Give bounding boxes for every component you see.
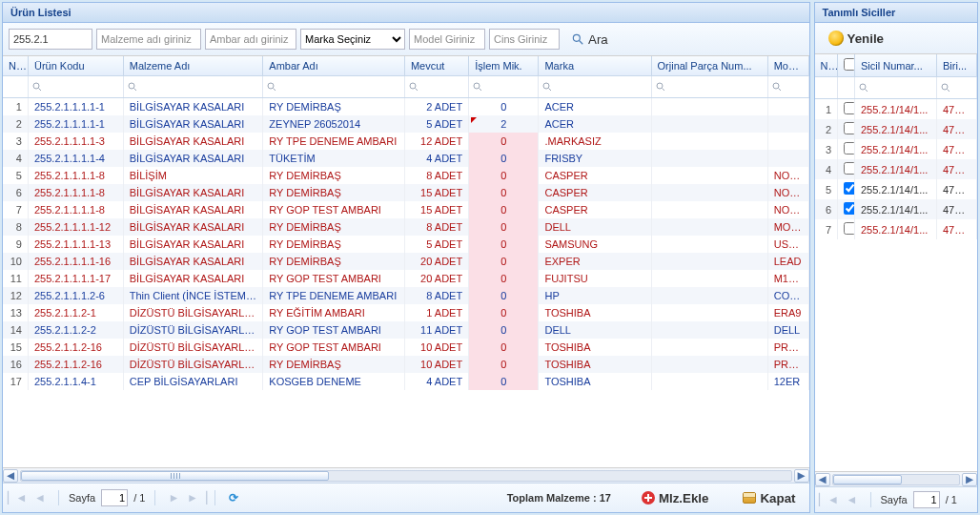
cins-input[interactable] bbox=[489, 29, 560, 50]
table-row[interactable]: 2255.2.1/14/1...472.... bbox=[815, 119, 977, 139]
table-row[interactable]: 12255.2.1.1.1.2-6Thin Client (İNCE İSTEM… bbox=[3, 287, 808, 304]
row-checkbox[interactable] bbox=[844, 122, 855, 134]
table-row[interactable]: 6255.2.1.1.1.1-8BİLGİSAYAR KASALARIRY DE… bbox=[3, 184, 808, 201]
pager-next[interactable]: ► bbox=[165, 489, 182, 506]
cell-islem-mik[interactable]: 0 bbox=[469, 184, 539, 201]
pager-last[interactable]: ►▕ bbox=[188, 489, 205, 506]
hscroll-left-arrow[interactable]: ◄ bbox=[3, 469, 18, 483]
code-input[interactable] bbox=[9, 29, 92, 50]
table-row[interactable]: 5255.2.1.1.1.1-8BİLİŞİMRY DEMİRBAŞ8 ADET… bbox=[3, 167, 808, 184]
cell-islem-mik[interactable]: 0 bbox=[469, 218, 539, 236]
col-marka[interactable]: Marka bbox=[539, 56, 651, 76]
model-input[interactable] bbox=[409, 29, 485, 50]
rcol-sicil[interactable]: Sicil Numar... bbox=[855, 54, 937, 77]
cell-islem-mik[interactable]: 0 bbox=[469, 270, 539, 287]
filter-malzeme[interactable] bbox=[124, 76, 263, 97]
cell-islem-mik[interactable]: 0 bbox=[469, 287, 539, 304]
cell-islem-mik[interactable]: 0 bbox=[469, 356, 539, 373]
kapat-button[interactable]: Kapat bbox=[735, 487, 803, 508]
cell-islem-mik[interactable]: 0 bbox=[469, 373, 539, 390]
filter-model[interactable] bbox=[768, 76, 808, 97]
filter-birim[interactable] bbox=[937, 77, 976, 98]
rcol-chk-all[interactable] bbox=[844, 58, 855, 71]
right-hscroll-left[interactable]: ◄ bbox=[815, 473, 830, 486]
table-row[interactable]: 3255.2.1/14/1...472.... bbox=[815, 139, 977, 159]
cell-islem-mik[interactable]: 0 bbox=[469, 236, 539, 253]
marka-select[interactable]: Marka Seçiniz bbox=[300, 29, 405, 50]
table-row[interactable]: 2255.2.1.1.1.1-1BİLGİSAYAR KASALARIZEYNE… bbox=[3, 115, 808, 133]
cell-islem-mik[interactable]: 0 bbox=[469, 253, 539, 270]
table-row[interactable]: 1255.2.1/14/1...472.... bbox=[815, 99, 977, 119]
cell-islem-mik[interactable]: 0 bbox=[469, 98, 539, 115]
filter-mevcut[interactable] bbox=[405, 76, 468, 97]
right-hscroll-track[interactable] bbox=[832, 474, 961, 485]
hscroll-track[interactable] bbox=[20, 470, 792, 482]
rpage-input[interactable] bbox=[913, 491, 940, 508]
table-row[interactable]: 11255.2.1.1.1.1-17BİLGİSAYAR KASALARIRY … bbox=[3, 270, 808, 287]
cell-checkbox[interactable] bbox=[838, 119, 855, 139]
table-row[interactable]: 1255.2.1.1.1.1-1BİLGİSAYAR KASALARIRY DE… bbox=[3, 98, 808, 115]
cell-checkbox[interactable] bbox=[838, 99, 855, 119]
right-hscroll[interactable]: ◄ ► bbox=[815, 471, 978, 486]
rpager-prev[interactable]: ◄ bbox=[844, 491, 861, 508]
cell-checkbox[interactable] bbox=[838, 199, 855, 219]
table-row[interactable]: 10255.2.1.1.1.1-16BİLGİSAYAR KASALARIRY … bbox=[3, 253, 808, 270]
row-checkbox[interactable] bbox=[844, 182, 855, 195]
col-urun-kodu[interactable]: Ürün Kodu bbox=[28, 56, 123, 76]
cell-checkbox[interactable] bbox=[838, 139, 855, 159]
rcol-birim[interactable]: Biri... bbox=[937, 54, 977, 77]
row-checkbox[interactable] bbox=[844, 222, 855, 235]
table-row[interactable]: 3255.2.1.1.1.1-3BİLGİSAYAR KASALARIRY TP… bbox=[3, 133, 808, 150]
table-row[interactable]: 16255.2.1.1.2-16DİZÜSTÜ BİLGİSAYARLARRY … bbox=[3, 356, 808, 373]
rcol-chk[interactable] bbox=[838, 54, 855, 77]
cell-islem-mik[interactable]: 0 bbox=[469, 133, 539, 150]
filter-ambar[interactable] bbox=[263, 76, 404, 97]
yenile-button[interactable]: Yenile bbox=[821, 28, 892, 49]
left-hscroll[interactable]: ◄ ► bbox=[3, 467, 809, 483]
cell-islem-mik[interactable]: 0 bbox=[469, 321, 539, 339]
right-hscroll-right[interactable]: ► bbox=[962, 473, 977, 486]
cell-islem-mik[interactable]: 2 bbox=[469, 115, 539, 133]
table-row[interactable]: 9255.2.1.1.1.1-13BİLGİSAYAR KASALARIRY D… bbox=[3, 236, 808, 253]
search-button[interactable]: Ara bbox=[563, 29, 616, 50]
table-row[interactable]: 15255.2.1.1.2-16DİZÜSTÜ BİLGİSAYARLARRY … bbox=[3, 339, 808, 356]
col-ambar-adi[interactable]: Ambar Adı bbox=[263, 56, 405, 76]
col-islem-mik[interactable]: İşlem Mik. bbox=[469, 56, 539, 76]
cell-islem-mik[interactable]: 0 bbox=[469, 201, 539, 218]
filter-marka[interactable] bbox=[539, 76, 650, 97]
col-no[interactable]: No bbox=[3, 56, 28, 76]
cell-islem-mik[interactable]: 0 bbox=[469, 304, 539, 321]
filter-islem[interactable] bbox=[469, 76, 538, 97]
col-orjinal-parca[interactable]: Orjinal Parça Num... bbox=[651, 56, 767, 76]
row-checkbox[interactable] bbox=[844, 162, 855, 175]
col-malzeme-adi[interactable]: Malzeme Adı bbox=[123, 56, 263, 76]
pager-first[interactable]: ▏◄ bbox=[9, 489, 26, 506]
cell-islem-mik[interactable]: 0 bbox=[469, 150, 539, 167]
cell-checkbox[interactable] bbox=[838, 179, 855, 199]
table-row[interactable]: 8255.2.1.1.1.1-12BİLGİSAYAR KASALARIRY D… bbox=[3, 218, 808, 236]
rcol-no[interactable]: No bbox=[815, 54, 838, 77]
malzeme-input[interactable] bbox=[96, 29, 201, 50]
cell-islem-mik[interactable]: 0 bbox=[469, 167, 539, 184]
filter-sicil[interactable] bbox=[855, 77, 936, 98]
right-hscroll-thumb[interactable] bbox=[833, 475, 903, 484]
col-mevcut[interactable]: Mevcut bbox=[404, 56, 468, 76]
page-input[interactable] bbox=[101, 489, 128, 506]
rpager-first[interactable]: ▏◄ bbox=[821, 491, 838, 508]
row-checkbox[interactable] bbox=[844, 142, 855, 154]
table-row[interactable]: 4255.2.1.1.1.1-4BİLGİSAYAR KASALARITÜKET… bbox=[3, 150, 808, 167]
table-row[interactable]: 14255.2.1.1.2-2DİZÜSTÜ BİLGİSAYARLARRY G… bbox=[3, 321, 808, 339]
pager-prev[interactable]: ◄ bbox=[31, 489, 49, 506]
filter-orjinal[interactable] bbox=[652, 76, 767, 97]
table-row[interactable]: 7255.2.1/14/1...472.... bbox=[815, 219, 977, 239]
filter-urun-kodu[interactable] bbox=[29, 76, 123, 97]
table-row[interactable]: 5255.2.1/14/1...472.... bbox=[815, 179, 977, 199]
table-row[interactable]: 13255.2.1.1.2-1DİZÜSTÜ BİLGİSAYARLARRY E… bbox=[3, 304, 808, 321]
table-row[interactable]: 17255.2.1.1.4-1CEP BİLGİSAYARLARIKOSGEB … bbox=[3, 373, 808, 390]
table-row[interactable]: 4255.2.1/14/1...472.... bbox=[815, 159, 977, 179]
cell-checkbox[interactable] bbox=[838, 219, 855, 239]
table-row[interactable]: 7255.2.1.1.1.1-8BİLGİSAYAR KASALARIRY GO… bbox=[3, 201, 808, 218]
ambar-input[interactable] bbox=[205, 29, 296, 50]
pager-refresh[interactable]: ⟳ bbox=[225, 489, 242, 506]
table-row[interactable]: 6255.2.1/14/1...472.... bbox=[815, 199, 977, 219]
